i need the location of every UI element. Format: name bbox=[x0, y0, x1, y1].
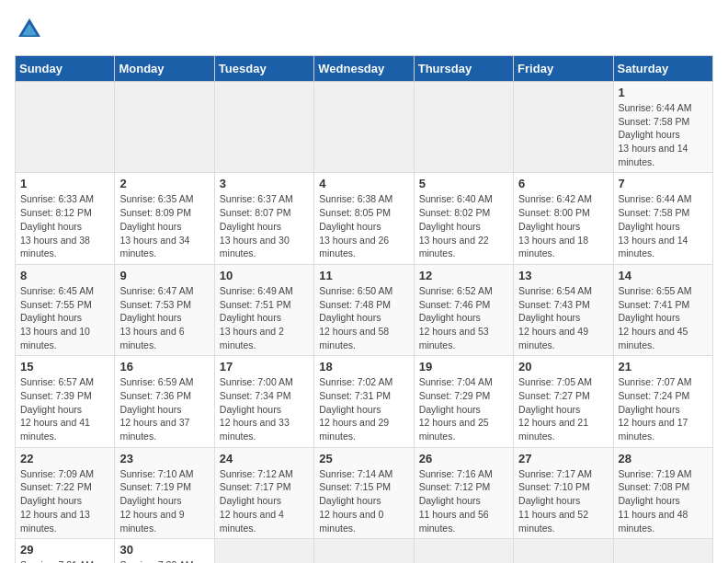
calendar-day-cell: 23Sunrise: 7:10 AMSunset: 7:19 PMDayligh… bbox=[115, 447, 214, 538]
day-detail: Sunrise: 6:59 AMSunset: 7:36 PMDaylight … bbox=[119, 375, 209, 442]
calendar-day-cell: 12Sunrise: 6:52 AMSunset: 7:46 PMDayligh… bbox=[414, 264, 513, 355]
day-number: 13 bbox=[518, 269, 608, 282]
calendar-day-cell bbox=[214, 539, 313, 563]
calendar-week-row: 1Sunrise: 6:44 AMSunset: 7:58 PMDaylight… bbox=[16, 82, 713, 173]
day-number: 18 bbox=[319, 360, 408, 373]
calendar-day-header: Saturday bbox=[613, 56, 712, 82]
calendar-day-cell: 8Sunrise: 6:45 AMSunset: 7:55 PMDaylight… bbox=[16, 264, 115, 355]
calendar-day-cell: 1Sunrise: 6:44 AMSunset: 7:58 PMDaylight… bbox=[613, 82, 712, 173]
day-detail: Sunrise: 7:14 AMSunset: 7:15 PMDaylight … bbox=[319, 467, 408, 534]
calendar-day-cell: 15Sunrise: 6:57 AMSunset: 7:39 PMDayligh… bbox=[16, 356, 115, 447]
day-number: 1 bbox=[20, 177, 109, 190]
day-number: 30 bbox=[119, 543, 209, 557]
calendar-day-cell bbox=[16, 82, 115, 173]
calendar-day-cell: 4Sunrise: 6:38 AMSunset: 8:05 PMDaylight… bbox=[314, 173, 414, 264]
calendar-day-cell: 22Sunrise: 7:09 AMSunset: 7:22 PMDayligh… bbox=[16, 447, 115, 538]
day-detail: Sunrise: 7:22 AMSunset: 7:03 PMDaylight … bbox=[119, 558, 209, 563]
calendar-day-header: Monday bbox=[115, 56, 214, 82]
calendar-day-cell bbox=[414, 539, 513, 563]
calendar-day-cell: 13Sunrise: 6:54 AMSunset: 7:43 PMDayligh… bbox=[514, 264, 613, 355]
calendar-day-cell: 7Sunrise: 6:44 AMSunset: 7:58 PMDaylight… bbox=[613, 173, 712, 264]
calendar-day-header: Wednesday bbox=[314, 56, 414, 82]
calendar-day-cell: 25Sunrise: 7:14 AMSunset: 7:15 PMDayligh… bbox=[314, 447, 414, 538]
day-number: 5 bbox=[419, 177, 508, 190]
day-number: 3 bbox=[220, 177, 309, 190]
day-detail: Sunrise: 6:57 AMSunset: 7:39 PMDaylight … bbox=[20, 375, 109, 442]
day-detail: Sunrise: 7:09 AMSunset: 7:22 PMDaylight … bbox=[20, 467, 109, 534]
day-detail: Sunrise: 6:50 AMSunset: 7:48 PMDaylight … bbox=[319, 284, 408, 351]
day-number: 21 bbox=[619, 360, 708, 373]
calendar-day-cell: 2Sunrise: 6:35 AMSunset: 8:09 PMDaylight… bbox=[115, 173, 214, 264]
logo bbox=[15, 15, 48, 44]
day-detail: Sunrise: 7:17 AMSunset: 7:10 PMDaylight … bbox=[518, 467, 608, 534]
day-number: 11 bbox=[319, 269, 408, 282]
day-detail: Sunrise: 7:05 AMSunset: 7:27 PMDaylight … bbox=[518, 375, 608, 442]
calendar-day-cell: 11Sunrise: 6:50 AMSunset: 7:48 PMDayligh… bbox=[314, 264, 414, 355]
calendar-day-header: Sunday bbox=[16, 56, 115, 82]
day-detail: Sunrise: 6:52 AMSunset: 7:46 PMDaylight … bbox=[419, 284, 508, 351]
calendar-day-cell bbox=[613, 539, 712, 563]
day-detail: Sunrise: 7:00 AMSunset: 7:34 PMDaylight … bbox=[220, 375, 309, 442]
day-detail: Sunrise: 6:45 AMSunset: 7:55 PMDaylight … bbox=[20, 284, 109, 351]
calendar-day-cell bbox=[514, 539, 613, 563]
day-detail: Sunrise: 6:35 AMSunset: 8:09 PMDaylight … bbox=[119, 192, 209, 259]
calendar-day-cell bbox=[314, 82, 414, 173]
calendar-day-cell: 27Sunrise: 7:17 AMSunset: 7:10 PMDayligh… bbox=[514, 447, 613, 538]
day-number: 23 bbox=[119, 452, 209, 465]
calendar-day-cell: 6Sunrise: 6:42 AMSunset: 8:00 PMDaylight… bbox=[514, 173, 613, 264]
day-number: 17 bbox=[220, 360, 309, 373]
calendar-day-cell: 28Sunrise: 7:19 AMSunset: 7:08 PMDayligh… bbox=[613, 447, 712, 538]
day-number: 19 bbox=[419, 360, 508, 373]
day-number: 22 bbox=[20, 452, 109, 465]
day-detail: Sunrise: 6:44 AMSunset: 7:58 PMDaylight … bbox=[619, 192, 708, 259]
calendar-day-header: Thursday bbox=[414, 56, 513, 82]
calendar-table: SundayMondayTuesdayWednesdayThursdayFrid… bbox=[15, 55, 713, 563]
day-detail: Sunrise: 6:40 AMSunset: 8:02 PMDaylight … bbox=[419, 192, 508, 259]
calendar-day-cell bbox=[115, 82, 214, 173]
calendar-day-cell bbox=[214, 82, 313, 173]
calendar-day-cell bbox=[514, 82, 613, 173]
logo-icon bbox=[15, 15, 44, 44]
day-number: 24 bbox=[220, 452, 309, 465]
calendar-week-row: 29Sunrise: 7:21 AMSunset: 7:05 PMDayligh… bbox=[16, 539, 713, 563]
day-number: 8 bbox=[20, 269, 109, 282]
day-detail: Sunrise: 6:44 AMSunset: 7:58 PMDaylight … bbox=[619, 101, 708, 168]
calendar-day-cell: 19Sunrise: 7:04 AMSunset: 7:29 PMDayligh… bbox=[414, 356, 513, 447]
calendar-day-cell: 24Sunrise: 7:12 AMSunset: 7:17 PMDayligh… bbox=[214, 447, 313, 538]
day-number: 6 bbox=[518, 177, 608, 190]
day-detail: Sunrise: 7:21 AMSunset: 7:05 PMDaylight … bbox=[20, 558, 109, 563]
day-number: 9 bbox=[119, 269, 209, 282]
day-number: 27 bbox=[518, 452, 608, 465]
calendar-day-cell: 29Sunrise: 7:21 AMSunset: 7:05 PMDayligh… bbox=[16, 539, 115, 563]
page-header bbox=[15, 15, 713, 44]
calendar-week-row: 15Sunrise: 6:57 AMSunset: 7:39 PMDayligh… bbox=[16, 356, 713, 447]
calendar-day-cell: 3Sunrise: 6:37 AMSunset: 8:07 PMDaylight… bbox=[214, 173, 313, 264]
day-number: 25 bbox=[319, 452, 408, 465]
day-number: 20 bbox=[518, 360, 608, 373]
day-detail: Sunrise: 6:49 AMSunset: 7:51 PMDaylight … bbox=[220, 284, 309, 351]
day-detail: Sunrise: 7:10 AMSunset: 7:19 PMDaylight … bbox=[119, 467, 209, 534]
calendar-day-cell: 9Sunrise: 6:47 AMSunset: 7:53 PMDaylight… bbox=[115, 264, 214, 355]
day-detail: Sunrise: 6:33 AMSunset: 8:12 PMDaylight … bbox=[20, 192, 109, 259]
day-detail: Sunrise: 6:42 AMSunset: 8:00 PMDaylight … bbox=[518, 192, 608, 259]
calendar-day-cell bbox=[414, 82, 513, 173]
calendar-day-cell: 18Sunrise: 7:02 AMSunset: 7:31 PMDayligh… bbox=[314, 356, 414, 447]
day-number: 10 bbox=[220, 269, 309, 282]
calendar-day-cell: 21Sunrise: 7:07 AMSunset: 7:24 PMDayligh… bbox=[613, 356, 712, 447]
day-number: 2 bbox=[119, 177, 209, 190]
day-detail: Sunrise: 6:55 AMSunset: 7:41 PMDaylight … bbox=[619, 284, 708, 351]
calendar-week-row: 22Sunrise: 7:09 AMSunset: 7:22 PMDayligh… bbox=[16, 447, 713, 538]
calendar-day-cell: 14Sunrise: 6:55 AMSunset: 7:41 PMDayligh… bbox=[613, 264, 712, 355]
calendar-day-header: Friday bbox=[514, 56, 613, 82]
day-detail: Sunrise: 6:47 AMSunset: 7:53 PMDaylight … bbox=[119, 284, 209, 351]
day-detail: Sunrise: 7:12 AMSunset: 7:17 PMDaylight … bbox=[220, 467, 309, 534]
calendar-week-row: 8Sunrise: 6:45 AMSunset: 7:55 PMDaylight… bbox=[16, 264, 713, 355]
day-number: 26 bbox=[419, 452, 508, 465]
day-number: 12 bbox=[419, 269, 508, 282]
day-detail: Sunrise: 7:07 AMSunset: 7:24 PMDaylight … bbox=[619, 375, 708, 442]
day-number: 29 bbox=[20, 543, 109, 557]
calendar-header-row: SundayMondayTuesdayWednesdayThursdayFrid… bbox=[16, 56, 713, 82]
day-number: 15 bbox=[20, 360, 109, 373]
calendar-day-cell bbox=[314, 539, 414, 563]
day-number: 14 bbox=[619, 269, 708, 282]
